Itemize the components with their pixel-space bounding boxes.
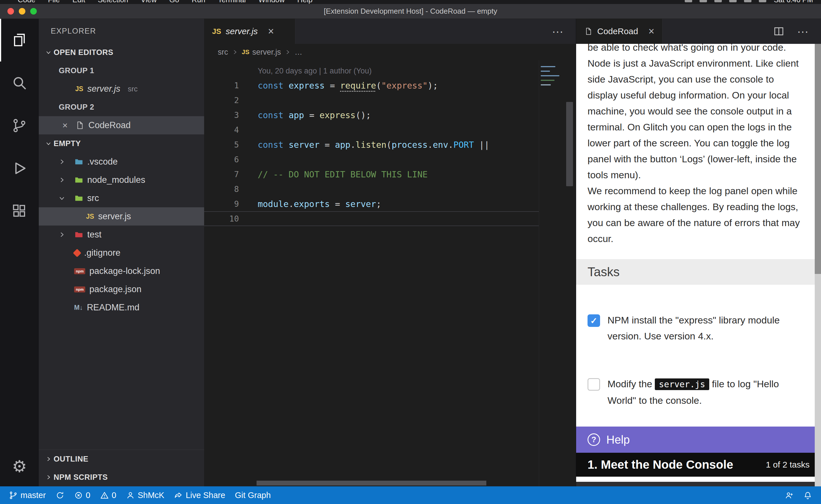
markdown-file-icon: M↓ [74,304,83,312]
token: ) [428,81,433,91]
panel-more-actions-icon[interactable]: ··· [797,25,808,38]
search-icon [11,75,28,91]
task-checkbox[interactable] [587,378,600,391]
tree-item-package-json[interactable]: npmpackage.json [39,280,204,298]
source-control-icon [11,117,28,134]
open-editors-header[interactable]: OPEN EDITORS [39,43,204,62]
workbench: ⚙ EXPLORER OPEN EDITORSGROUP 1JSserver.j… [0,19,821,486]
tree-item-test[interactable]: test [39,226,204,244]
statusbar-git-graph[interactable]: Git Graph [230,486,276,504]
breadcrumb-symbol[interactable]: … [295,48,302,57]
tab-server-js[interactable]: JS server.js × [204,19,295,44]
tree-item-node_modules[interactable]: node_modules [39,171,204,189]
workspace-header-empty[interactable]: EMPTY [39,134,204,153]
menu-item-terminal[interactable]: Terminal [212,0,252,4]
minimap[interactable] [539,60,563,486]
minimize-window-button[interactable] [19,8,25,15]
editor-group-label: GROUP 1 [39,62,204,80]
statusbar-warnings[interactable]: 0 [95,486,121,504]
statusbar-add-collaborator[interactable] [780,486,798,504]
tree-item-package-lock-json[interactable]: npmpackage-lock.json [39,262,204,280]
breadcrumb-src[interactable]: src [218,48,228,57]
open-editor-item-server-js[interactable]: JSserver.jssrc [39,80,204,98]
code-editor[interactable]: You, 20 days ago | 1 author (You) 1const… [204,60,539,486]
menu-item-help[interactable]: Help [291,0,319,4]
statusbar-branch[interactable]: master [4,486,51,504]
menu-item-window[interactable]: Window [252,0,291,4]
coderoad-panel: CodeRoad × ··· be able to check what's g… [576,19,821,486]
statusbar-sync[interactable] [51,486,69,504]
activity-extensions-button[interactable] [0,190,39,232]
lesson-content: be able to check what's going on in your… [576,44,821,427]
sync-icon [56,491,64,500]
tree-item--gitignore[interactable]: .gitignore [39,244,204,262]
token: express [289,81,330,91]
help-section-header[interactable]: ? Help [576,427,821,453]
tab-close-icon[interactable]: × [268,26,274,36]
warning-triangle-icon [100,491,109,500]
breadcrumb-server-js[interactable]: JS server.js [242,48,281,57]
twistie [59,177,70,183]
sidebar-title: EXPLORER [39,19,204,43]
tree-item-server-js[interactable]: JSserver.js [39,207,204,226]
menu-item-go[interactable]: Go [163,0,185,4]
menu-item-selection[interactable]: Selection [91,0,134,4]
tree-item-README-md[interactable]: M↓README.md [39,298,204,317]
menu-item-code[interactable]: Code [11,0,42,4]
next-section-bar[interactable] [576,482,821,486]
statusbar-account[interactable]: ShMcK [121,486,169,504]
file-icon [584,27,593,36]
statusbar-live-share[interactable]: Live Share [169,486,230,504]
tree-item-label: README.md [87,302,139,313]
tree-item--vscode[interactable]: .vscode [39,153,204,171]
lesson-progress-bar[interactable]: 1. Meet the Node Console 1 of 2 tasks [576,453,821,477]
token: . [350,140,356,150]
split-editor-icon[interactable] [773,26,785,37]
vertical-scrollbar[interactable] [566,102,573,186]
activity-source-control-button[interactable] [0,104,39,147]
token: . [448,140,453,150]
menu-item-edit[interactable]: Edit [66,0,91,4]
tab-coderoad[interactable]: CodeRoad × [576,19,663,44]
tree-item-label: server.js [98,211,131,222]
token: module [258,199,289,209]
token: ; [433,81,438,91]
tree-item-label: .gitignore [84,248,120,258]
section-npm-scripts[interactable]: NPM SCRIPTS [39,468,204,486]
open-editor-item-CodeRoad[interactable]: ×CodeRoad [39,116,204,134]
divider [576,477,821,482]
activity-explorer-button[interactable] [0,19,39,62]
code-text: module.exports = server; [247,199,381,209]
task-checkbox[interactable]: ✓ [587,314,600,327]
activity-run-debug-button[interactable] [0,147,39,190]
activity-search-button[interactable] [0,62,39,104]
webview-scrollbar-thumb[interactable] [815,44,821,274]
statusbar-notifications[interactable] [798,486,817,504]
gitlens-blame-annotation: You, 20 days ago | 1 author (You) [204,64,539,78]
chevron-right-icon [59,231,65,238]
tree-item-label: package.json [89,284,141,294]
vertical-scrollbar-lane [563,60,576,486]
minimap-line [541,75,559,76]
horizontal-scrollbar[interactable] [257,481,486,485]
token: . [289,199,294,209]
token: ; [366,110,371,120]
tasks-header: Tasks [576,259,821,285]
section-outline[interactable]: OUTLINE [39,450,204,468]
statusbar-errors[interactable]: 0 [69,486,95,504]
code-line-7: 7// -- DO NOT EDIT BELOW THIS LINE [204,167,539,182]
minimap-line [541,82,561,83]
menu-item-run[interactable]: Run [185,0,212,4]
close-window-button[interactable] [7,8,14,15]
zoom-window-button[interactable] [30,8,37,15]
menu-item-view[interactable]: View [134,0,163,4]
line-number: 3 [204,110,247,120]
tree-item-src[interactable]: src [39,189,204,207]
more-actions-icon[interactable]: ··· [552,25,563,38]
activity-settings-gear-button[interactable]: ⚙ [0,446,39,486]
chevron-right-icon [59,159,65,165]
menu-item-file[interactable]: File [42,0,66,4]
panel-tab-close-icon[interactable]: × [648,26,654,36]
menubar-items: CodeFileEditSelectionViewGoRunTerminalWi… [0,0,821,4]
close-icon[interactable]: × [62,121,68,130]
